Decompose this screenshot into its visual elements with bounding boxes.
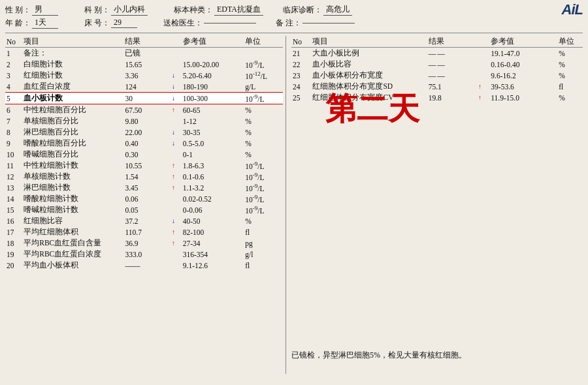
row-ref: 19.1-47.0 bbox=[489, 48, 557, 59]
row-no: 8 bbox=[5, 127, 22, 138]
row-result: 22.00 bbox=[123, 127, 171, 138]
row-arrow bbox=[171, 48, 182, 59]
row-result: 333.0 bbox=[123, 249, 171, 260]
row-item: 平均RBC血红蛋白含量 bbox=[22, 238, 123, 249]
row-unit: 10-9/L bbox=[244, 182, 283, 193]
gender-label: 性 别： bbox=[5, 5, 31, 16]
row-unit: g/L bbox=[244, 81, 283, 93]
row-arrow: ↑ bbox=[171, 160, 182, 171]
row-ref: 15.00-20.00 bbox=[182, 59, 244, 70]
left-th-no: No bbox=[5, 36, 22, 48]
row-arrow bbox=[171, 149, 182, 160]
row-ref: 0-1 bbox=[182, 149, 244, 160]
row-no: 5 bbox=[5, 93, 22, 104]
row-item: 血红蛋白浓度 bbox=[22, 81, 123, 93]
sample-value: EDTA抗凝血 bbox=[214, 4, 263, 16]
row-unit: % bbox=[244, 138, 283, 149]
row-unit: % bbox=[244, 104, 283, 116]
table-row: 20平均血小板体积——9.1-12.6fl bbox=[5, 260, 283, 271]
row-item: 淋巴细胞百分比 bbox=[22, 127, 123, 138]
row-unit: 10-9/L bbox=[244, 193, 283, 204]
row-item: 平均血小板体积 bbox=[22, 260, 123, 271]
row-item: 中性粒细胞计数 bbox=[22, 160, 123, 171]
row-arrow bbox=[171, 249, 182, 260]
bed-cell: 床 号： 29 bbox=[84, 18, 137, 29]
row-unit: fl bbox=[557, 81, 583, 92]
row-ref: 1-12 bbox=[182, 116, 244, 127]
bed-label: 床 号： bbox=[84, 18, 110, 29]
left-th-ref: 参考值 bbox=[182, 36, 244, 48]
left-th-arrow bbox=[171, 36, 182, 48]
row-unit bbox=[244, 48, 283, 59]
row-ref: 1.8-6.3 bbox=[182, 160, 244, 171]
table-row: 12单核细胞计数1.54↑0.1-0.610-9/L bbox=[5, 171, 283, 182]
age-cell: 年 龄： 1天 bbox=[5, 17, 58, 29]
row-arrow: ↑ bbox=[171, 182, 182, 193]
row-no: 16 bbox=[5, 215, 22, 226]
sample-cell: 标本种类： EDTA抗凝血 bbox=[174, 4, 263, 16]
row-item: 血小板计数 bbox=[22, 93, 123, 104]
note-header-cell: 备 注： bbox=[276, 18, 355, 29]
table-row: 11中性粒细胞计数10.55↑1.8-6.310-9/L bbox=[5, 160, 283, 171]
table-row: 8淋巴细胞百分比22.00↓30-35% bbox=[5, 127, 283, 138]
row-result: —— bbox=[427, 59, 477, 70]
row-no: 17 bbox=[5, 226, 22, 238]
row-ref: 100-300 bbox=[182, 93, 244, 104]
gender-value: 男 bbox=[32, 4, 58, 16]
row-arrow bbox=[171, 59, 182, 70]
table-row: 17平均红细胞体积110.7↑82-100fl bbox=[5, 226, 283, 238]
table-row: 3红细胞计数3.36↓5.20-6.4010-12/L bbox=[5, 70, 283, 81]
diagnosis-value: 高危儿 bbox=[323, 4, 352, 16]
row-unit: 10-9/L bbox=[244, 204, 283, 215]
row-ref: 0.02-0.52 bbox=[182, 193, 244, 204]
dept-value: 小儿内科 bbox=[111, 4, 148, 16]
row-ref bbox=[182, 48, 244, 59]
row-arrow bbox=[477, 48, 489, 59]
row-ref: 39-53.6 bbox=[489, 81, 557, 92]
doctor-value bbox=[204, 23, 256, 23]
sample-label: 标本种类： bbox=[174, 5, 213, 16]
right-th-result: 结果 bbox=[427, 36, 477, 48]
row-no: 9 bbox=[5, 138, 22, 149]
row-no: 25 bbox=[291, 92, 311, 103]
row-ref: 27-34 bbox=[182, 238, 244, 249]
row-arrow: ↑ bbox=[171, 226, 182, 238]
row-item: 中性粒细胞百分比 bbox=[22, 104, 123, 116]
doctor-label: 送检医生： bbox=[163, 18, 203, 29]
row-result: 3.45 bbox=[123, 182, 171, 193]
dept-cell: 科 别： 小儿内科 bbox=[84, 4, 148, 16]
table-row: 19平均RBC血红蛋白浓度333.0316-354g/l bbox=[5, 249, 283, 260]
row-result: 67.50 bbox=[123, 104, 171, 116]
row-arrow bbox=[171, 193, 182, 204]
row-unit: 10-9/L bbox=[244, 93, 283, 104]
table-row: 22血小板比容——0.16-0.40% bbox=[291, 59, 583, 70]
row-unit: pg bbox=[244, 238, 283, 249]
row-item: 嗜酸粒细胞百分比 bbox=[22, 138, 123, 149]
row-no: 10 bbox=[5, 149, 22, 160]
row-item: 血小板比容 bbox=[311, 59, 427, 70]
row-ref: 5.20-6.40 bbox=[182, 70, 244, 81]
table-row: 4血红蛋白浓度124↓180-190g/L bbox=[5, 81, 283, 93]
left-th-item: 项目 bbox=[22, 36, 123, 48]
right-th-ref: 参考值 bbox=[489, 36, 557, 48]
row-unit: % bbox=[557, 92, 583, 103]
row-no: 7 bbox=[5, 116, 22, 127]
row-item: 血小板体积分布宽度 bbox=[311, 70, 427, 81]
row-arrow: ↓ bbox=[171, 93, 182, 104]
row-arrow bbox=[477, 70, 489, 81]
row-arrow bbox=[171, 204, 182, 215]
row-item: 单核细胞百分比 bbox=[22, 116, 123, 127]
row-no: 1 bbox=[5, 48, 22, 59]
row-result: 1.54 bbox=[123, 171, 171, 182]
row-ref: 0.5-5.0 bbox=[182, 138, 244, 149]
row-result: 124 bbox=[123, 81, 171, 93]
row-ref: 0.1-0.6 bbox=[182, 171, 244, 182]
right-th-no: No bbox=[291, 36, 311, 48]
note-header-value bbox=[302, 23, 355, 23]
row-no: 15 bbox=[5, 204, 22, 215]
row-no: 18 bbox=[5, 238, 22, 249]
row-ref: 0.16-0.40 bbox=[489, 59, 557, 70]
left-column: No 项目 结果 参考值 单位 1备注：已镜2白细胞计数15.6515.00-2… bbox=[5, 36, 286, 374]
row-result: 已镜 bbox=[123, 48, 171, 59]
note-text: 已镜检，异型淋巴细胞5%，检见大量有核红细胞。 bbox=[291, 350, 466, 361]
